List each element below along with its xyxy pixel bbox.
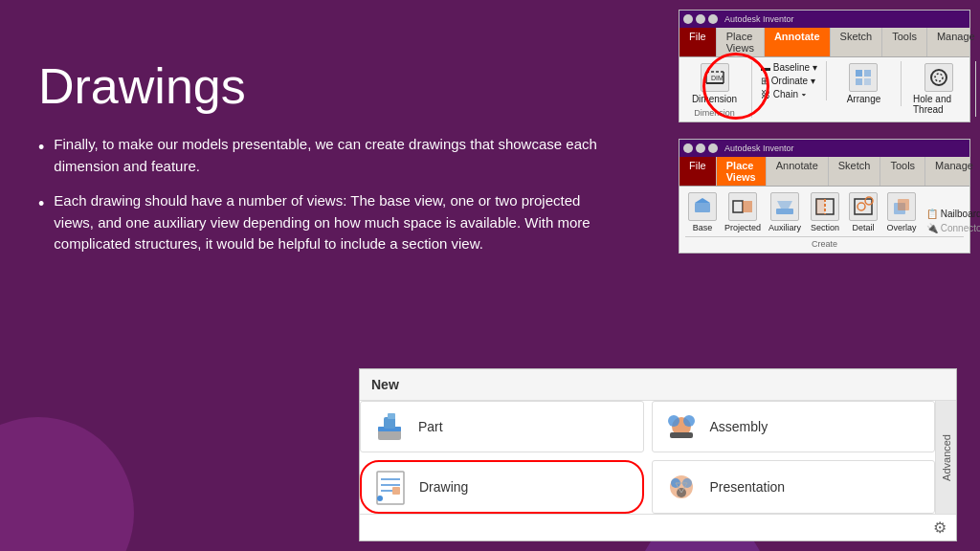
titlebar2-btn-2 [696,143,705,153]
auxiliary-icon [770,192,799,221]
nailboard-button[interactable]: 📋 Nailboard [923,208,980,220]
new-assembly-item[interactable]: Assembly [652,401,936,452]
svg-point-9 [931,70,947,85]
new-presentation-item[interactable]: Presentation [652,460,936,514]
base-button[interactable]: Base [685,190,720,234]
svg-rect-11 [695,203,710,212]
tab1-manage[interactable]: Manage [927,28,980,56]
section-button[interactable]: Section [808,190,842,234]
dimension-icon: DIM [701,63,729,92]
toolbar-place-views: Autodesk Inventor File Place Views Annot… [679,139,970,253]
dimension-button[interactable]: DIM Dimension [688,61,741,106]
svg-rect-37 [392,487,400,495]
overlay-button[interactable]: Overlay [884,190,919,234]
tab1-file[interactable]: File [679,28,717,56]
tab2-sketch[interactable]: Sketch [829,157,881,186]
svg-point-10 [935,74,943,81]
svg-point-21 [858,203,865,210]
presentation-icon [662,468,701,506]
dimension-group: DIM Dimension Dimension [685,61,752,118]
detail-button[interactable]: Detail [846,190,880,234]
svg-point-30 [668,415,679,427]
new-drawing-item[interactable]: Drawing [360,460,644,514]
tab1-sketch[interactable]: Sketch [831,28,883,56]
titlebar2-text: Autodesk Inventor [724,143,794,153]
new-dialog-footer: ⚙ [360,514,956,540]
svg-rect-32 [670,432,693,438]
toolbar1-titlebar: Autodesk Inventor [679,11,969,28]
auxiliary-label: Auxiliary [768,223,801,232]
svg-marker-12 [695,198,710,203]
svg-rect-8 [864,78,871,85]
create-group-label: Create [685,236,964,249]
dimension-options-row: ▬ Baseline ▾ ⊞ Ordinate ▾ ⛓ Chain ▾ [757,61,821,100]
settings-icon[interactable]: ⚙ [933,518,947,537]
tab1-place-views[interactable]: Place Views [717,28,765,56]
sidebar-label: Advanced [941,434,952,481]
tab2-file[interactable]: File [679,157,717,186]
toolbar1-tabs: File Place Views Annotate Sketch Tools M… [679,28,969,57]
connector-button[interactable]: 🔌 Connector [923,222,980,234]
svg-rect-5 [856,70,862,77]
titlebar2-btn-1 [683,143,693,153]
tab2-place-views[interactable]: Place Views [717,157,767,186]
svg-rect-19 [816,199,825,214]
titlebar-btn-2 [696,14,705,24]
detail-label: Detail [852,223,874,232]
drawing-label: Drawing [419,479,468,495]
dimension-group-label: Dimension [694,108,735,118]
tab1-tools[interactable]: Tools [882,28,927,56]
baseline-button[interactable]: ▬ Baseline ▾ [757,61,821,74]
nailboard-connector-group: 📋 Nailboard 🔌 Connector [923,208,980,234]
auxiliary-button[interactable]: Auxiliary [766,190,804,234]
svg-rect-7 [856,78,862,85]
titlebar-text-1: Autodesk Inventor [724,14,794,24]
bullet-item-2: Each drawing should have a number of vie… [38,190,612,255]
arrange-button[interactable]: Arrange [843,61,885,106]
hole-thread-group: Hole and Thread [909,61,976,117]
ordinate-button[interactable]: ⊞ Ordinate ▾ [757,75,821,87]
assembly-label: Assembly [710,419,768,434]
new-dialog-sidebar: Advanced [935,401,956,514]
arrange-label: Arrange [847,94,881,104]
page-title: Drawings [38,57,612,115]
toolbar2-content: Base Projected [679,187,969,253]
new-dialog-header: New [360,369,956,401]
dimension-options-group: ▬ Baseline ▾ ⊞ Ordinate ▾ ⛓ Chain ▾ [760,61,827,100]
section-label: Section [811,223,839,232]
tab2-manage[interactable]: Manage [925,157,980,186]
detail-icon [849,192,878,221]
tab2-annotate[interactable]: Annotate [767,157,829,186]
part-icon [370,408,409,446]
titlebar-btn-3 [708,14,718,24]
create-buttons-row: Base Projected [685,190,964,234]
hole-thread-label: Hole and Thread [913,94,964,115]
projected-label: Projected [724,223,761,232]
svg-rect-24 [898,199,909,210]
drawing-icon [371,468,410,506]
new-dialog-main: Part Assembly [360,401,935,514]
hole-thread-button[interactable]: Hole and Thread [909,61,968,117]
svg-rect-6 [864,70,871,77]
new-part-item[interactable]: Part [360,401,644,452]
svg-rect-13 [733,201,743,212]
tab1-annotate[interactable]: Annotate [765,28,831,56]
tab2-tools[interactable]: Tools [880,157,925,186]
svg-text:DIM: DIM [711,75,724,81]
arrange-icon [849,63,878,92]
titlebar-btn-1 [683,14,693,24]
overlay-label: Overlay [887,223,917,232]
base-label: Base [693,223,713,232]
section-icon [811,192,839,221]
hole-thread-icon [924,63,953,92]
svg-point-31 [683,415,695,427]
projected-button[interactable]: Projected [724,190,762,234]
create-group: Base Projected [685,190,964,249]
bullet-list: Finally, to make our models presentable,… [38,134,612,255]
deco-circle-left [0,417,134,551]
bullet-item-1: Finally, to make our models presentable,… [38,134,612,177]
svg-rect-15 [776,209,793,214]
assembly-icon [662,408,701,446]
chain-button[interactable]: ⛓ Chain ▾ [757,88,821,100]
presentation-label: Presentation [710,479,786,495]
